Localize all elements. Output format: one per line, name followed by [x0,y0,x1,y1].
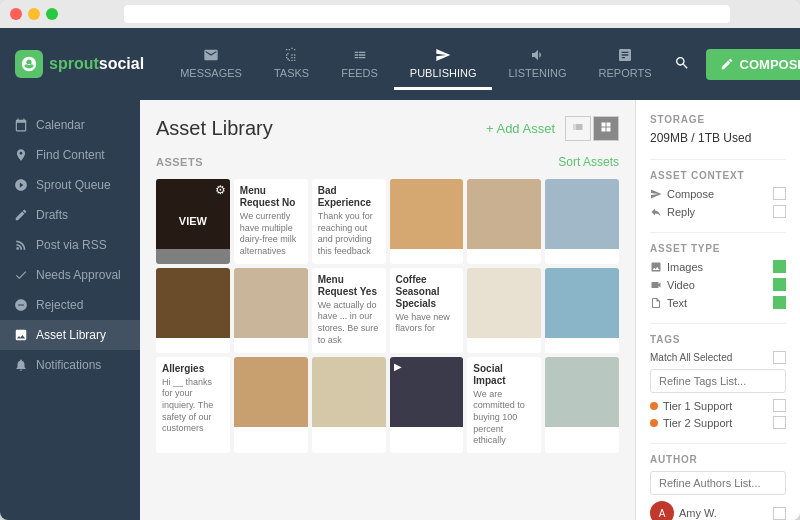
context-reply-checkbox[interactable] [773,205,786,218]
match-all-row: Match All Selected [650,351,786,364]
nav-right: COMPOSE [668,49,800,80]
sidebar-item-sprout-queue[interactable]: Sprout Queue [0,170,140,200]
nav-item-messages[interactable]: MESSAGES [164,39,258,90]
sort-assets-button[interactable]: Sort Assets [558,155,619,169]
type-video-label: Video [667,279,695,291]
search-button[interactable] [668,49,696,80]
sidebar-item-asset-library[interactable]: Asset Library [0,320,140,350]
logo: sproutsocial [15,50,144,78]
nav-item-feeds[interactable]: FEEDS [325,39,394,90]
asset-item[interactable] [467,179,541,264]
sidebar-item-rejected[interactable]: Rejected [0,290,140,320]
asset-body: We actually do have ... in our stores. B… [318,300,380,347]
view-toggle [565,116,619,141]
context-compose-checkbox[interactable] [773,187,786,200]
asset-item[interactable] [545,357,619,453]
asset-item[interactable] [467,268,541,353]
sidebar-item-post-via-rss[interactable]: Post via RSS [0,230,140,260]
asset-type-section: ASSET TYPE Images Video [650,243,786,309]
asset-item[interactable]: ▶ [390,357,464,453]
refine-authors-input[interactable] [650,471,786,495]
context-reply-label: Reply [667,206,695,218]
sidebar-item-calendar[interactable]: Calendar [0,110,140,140]
nav-item-reports[interactable]: REPORTS [583,39,668,90]
type-text-checkbox[interactable] [773,296,786,309]
author-amy-row: A Amy W. [650,501,786,520]
minimize-button[interactable] [28,8,40,20]
asset-item[interactable] [545,268,619,353]
logo-text: sproutsocial [49,55,144,73]
asset-item[interactable]: VIEW ⚙ [156,179,230,264]
asset-title: Coffee Seasonal Specials [396,274,458,310]
author-section: AUTHOR A Amy W. [650,454,786,520]
assets-grid: VIEW ⚙ Menu Request No We currently have… [156,179,619,453]
asset-body: We have new flavors for [396,312,458,335]
author-checkbox[interactable] [773,507,786,520]
context-compose-label: Compose [667,188,714,200]
sidebar-item-drafts[interactable]: Drafts [0,200,140,230]
tag-dot [650,402,658,410]
refine-tags-input[interactable] [650,369,786,393]
compose-button[interactable]: COMPOSE [706,49,800,80]
right-panel: STORAGE 209MB / 1TB Used ASSET CONTEXT C… [635,100,800,520]
header-actions: + Add Asset [486,116,619,141]
tag-tier1-row: Tier 1 Support [650,399,786,412]
context-reply-row: Reply [650,205,786,218]
nav-item-listening[interactable]: LISTENING [492,39,582,90]
asset-type-label: ASSET TYPE [650,243,786,254]
main-layout: Calendar Find Content Sprout Queue Draft… [0,100,800,520]
author-avatar: A [650,501,674,520]
asset-item[interactable] [312,357,386,453]
type-images-checkbox[interactable] [773,260,786,273]
nav-item-publishing[interactable]: PUBLISHING [394,39,493,90]
asset-context-label: ASSET CONTEXT [650,170,786,181]
page-title: Asset Library [156,117,273,140]
asset-settings-icon[interactable]: ⚙ [215,183,226,197]
asset-body: Hi __ thanks for your inquiery. The safe… [162,377,224,435]
match-all-checkbox[interactable] [773,351,786,364]
asset-item[interactable] [234,357,308,453]
asset-item[interactable]: Social Impact We are committed to buying… [467,357,541,453]
storage-value: 209MB / 1TB Used [650,131,786,145]
sidebar: Calendar Find Content Sprout Queue Draft… [0,100,140,520]
asset-item[interactable]: Allergies Hi __ thanks for your inquiery… [156,357,230,453]
asset-item[interactable]: Coffee Seasonal Specials We have new fla… [390,268,464,353]
tags-label: TAGS [650,334,786,345]
grid-view-button[interactable] [593,116,619,141]
asset-title: Allergies [162,363,224,375]
logo-icon [15,50,43,78]
tag-tier1-label: Tier 1 Support [663,400,732,412]
type-text-label: Text [667,297,687,309]
assets-header: ASSETS Sort Assets [156,155,619,169]
type-images-label: Images [667,261,703,273]
tag-dot [650,419,658,427]
nav-item-tasks[interactable]: TASKS [258,39,325,90]
type-images-row: Images [650,260,786,273]
sidebar-item-find-content[interactable]: Find Content [0,140,140,170]
tag-tier1-checkbox[interactable] [773,399,786,412]
asset-item[interactable]: Menu Request No We currently have multip… [234,179,308,264]
author-label: AUTHOR [650,454,786,465]
asset-item[interactable] [390,179,464,264]
tag-tier2-checkbox[interactable] [773,416,786,429]
sidebar-item-notifications[interactable]: Notifications [0,350,140,380]
author-name: Amy W. [679,507,717,519]
asset-item[interactable] [156,268,230,353]
list-view-button[interactable] [565,116,591,141]
url-bar[interactable] [124,5,730,23]
asset-item[interactable] [545,179,619,264]
sidebar-item-needs-approval[interactable]: Needs Approval [0,260,140,290]
maximize-button[interactable] [46,8,58,20]
assets-label: ASSETS [156,156,203,168]
asset-body: Thank you for reaching out and providing… [318,211,380,258]
close-button[interactable] [10,8,22,20]
asset-item[interactable] [234,268,308,353]
add-asset-button[interactable]: + Add Asset [486,121,555,136]
match-all-label: Match All Selected [650,352,732,363]
asset-title: Menu Request Yes [318,274,380,298]
storage-section: STORAGE 209MB / 1TB Used [650,114,786,145]
asset-body: We currently have multiple dairy-free mi… [240,211,302,258]
type-video-checkbox[interactable] [773,278,786,291]
asset-item[interactable]: Menu Request Yes We actually do have ...… [312,268,386,353]
asset-item[interactable]: Bad Experience Thank you for reaching ou… [312,179,386,264]
